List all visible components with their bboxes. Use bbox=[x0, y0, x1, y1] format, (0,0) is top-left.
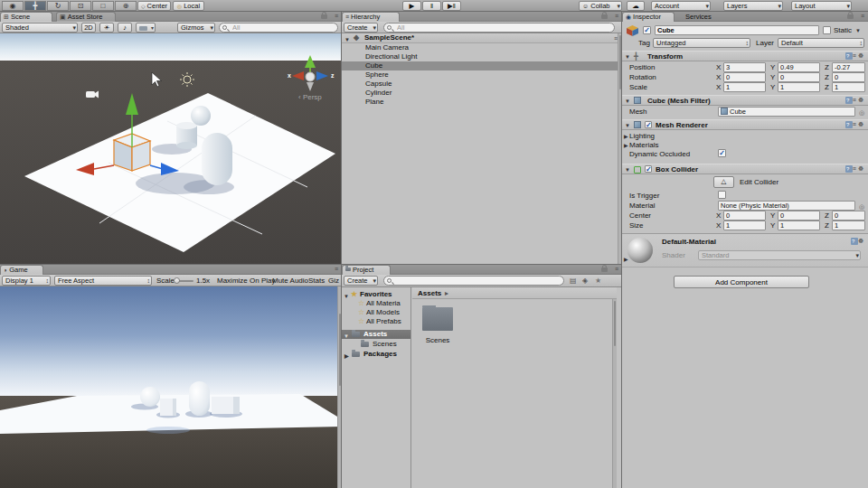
search-favorites-icon[interactable]: ★ bbox=[595, 277, 601, 286]
expand-icon[interactable]: ▶ bbox=[344, 352, 349, 361]
hierarchy-item-capsule[interactable]: Capsule bbox=[342, 80, 622, 89]
object-picker-icon[interactable]: ◎ bbox=[859, 108, 864, 117]
maximize-on-play-button[interactable]: Maximize On Play bbox=[217, 277, 275, 286]
audio-toggle-button[interactable]: ♪ bbox=[118, 23, 132, 33]
scale-x-field[interactable]: 1 bbox=[723, 82, 766, 92]
component-enabled-checkbox[interactable]: ✓ bbox=[645, 121, 652, 128]
help-icon[interactable]: ? bbox=[845, 52, 853, 60]
edit-collider-button[interactable]: △ bbox=[713, 176, 734, 188]
search-by-label-icon[interactable]: ◈ bbox=[582, 277, 588, 286]
step-button[interactable]: ▶‖ bbox=[442, 1, 461, 11]
project-search-input[interactable] bbox=[397, 277, 560, 285]
draw-mode-dropdown[interactable]: Shaded ▾ bbox=[2, 23, 78, 33]
size-z-field[interactable]: 1 bbox=[832, 221, 865, 230]
search-by-type-icon[interactable]: ▤ bbox=[570, 277, 577, 286]
lock-icon[interactable] bbox=[847, 14, 854, 19]
hierarchy-item-cube[interactable]: Cube bbox=[342, 61, 622, 70]
scene-search-field[interactable] bbox=[219, 23, 338, 33]
position-y-field[interactable]: 0.49 bbox=[778, 62, 820, 72]
game-viewport[interactable] bbox=[0, 286, 342, 488]
pause-button[interactable]: ‖ bbox=[422, 1, 441, 11]
scene-orientation-gizmo[interactable] bbox=[285, 50, 335, 95]
tag-dropdown[interactable]: Untagged ↕ bbox=[653, 38, 750, 48]
transform-tool-icon[interactable]: ⊕ bbox=[115, 1, 137, 11]
panel-menu-icon[interactable]: ≡ bbox=[615, 266, 618, 272]
project-create-dropdown[interactable]: Create ▾ bbox=[344, 276, 378, 286]
gizmos-button[interactable]: Giz bbox=[328, 277, 339, 286]
component-enabled-checkbox[interactable]: ✓ bbox=[645, 165, 652, 173]
expand-icon[interactable]: ▶ bbox=[624, 256, 628, 262]
scale-slider[interactable] bbox=[175, 280, 193, 282]
favorites-root[interactable]: ▼ ★ Favorites bbox=[342, 290, 410, 299]
gear-icon[interactable]: ☸ bbox=[858, 121, 865, 127]
breadcrumb[interactable]: Assets bbox=[418, 289, 441, 298]
favorites-all-materials[interactable]: ☆ All Materia bbox=[342, 299, 410, 308]
pivot-local-button[interactable]: ◎ Local bbox=[173, 1, 204, 11]
rotation-z-field[interactable]: 0 bbox=[832, 72, 865, 82]
lock-icon[interactable] bbox=[601, 14, 608, 19]
gear-icon[interactable]: ☸ bbox=[858, 238, 865, 244]
position-x-field[interactable]: 3 bbox=[723, 62, 766, 72]
gear-icon[interactable]: ☸ bbox=[858, 97, 865, 103]
box-collider-component-header[interactable]: ▼ ✓ Box Collider ?≡☸ bbox=[622, 164, 868, 174]
expand-icon[interactable]: ▶ bbox=[624, 133, 628, 139]
dynamic-occluded-checkbox[interactable]: ✓ bbox=[718, 149, 726, 157]
gizmo-z-axis-label[interactable]: z bbox=[331, 71, 335, 80]
tab-scene[interactable]: ⊞Scene bbox=[0, 12, 52, 22]
scale-z-field[interactable]: 1 bbox=[832, 82, 865, 92]
hierarchy-search-input[interactable] bbox=[397, 23, 610, 32]
mesh-filter-component-header[interactable]: ▼ Cube (Mesh Filter) ?≡☸ bbox=[622, 95, 868, 106]
hierarchy-create-dropdown[interactable]: Create ▾ bbox=[344, 23, 378, 33]
lighting-toggle-button[interactable]: ☀ bbox=[99, 23, 114, 33]
gizmos-dropdown[interactable]: Gizmos ▾ bbox=[177, 23, 215, 33]
scale-slider-knob[interactable] bbox=[174, 277, 180, 284]
gear-icon[interactable]: ☸ bbox=[858, 52, 865, 59]
size-y-field[interactable]: 1 bbox=[778, 221, 820, 230]
collab-dropdown[interactable]: ☺ Collab ▾ bbox=[579, 1, 622, 11]
gizmo-x-axis-label[interactable]: x bbox=[288, 71, 291, 80]
tree-item-packages[interactable]: ▶ Packages bbox=[342, 350, 410, 359]
toggle-2d-button[interactable]: 2D bbox=[81, 23, 96, 33]
center-x-field[interactable]: 0 bbox=[723, 211, 766, 221]
shader-dropdown[interactable]: Standard ▾ bbox=[698, 250, 861, 260]
persp-toggle[interactable]: ‹ Persp bbox=[298, 93, 322, 102]
center-z-field[interactable]: 0 bbox=[832, 211, 865, 221]
panel-menu-icon[interactable]: ≡ bbox=[335, 13, 338, 19]
help-icon[interactable]: ? bbox=[845, 165, 853, 173]
tree-item-scenes[interactable]: Scenes bbox=[342, 340, 410, 349]
favorites-all-prefabs[interactable]: ☆ All Prefabs bbox=[342, 317, 410, 326]
scene-search-input[interactable] bbox=[232, 23, 334, 32]
favorites-all-models[interactable]: ☆ All Models bbox=[342, 308, 410, 317]
hierarchy-item-main-camera[interactable]: Main Camera bbox=[342, 43, 622, 52]
gear-icon[interactable]: ☸ bbox=[858, 165, 865, 172]
panel-menu-icon[interactable]: ≡ bbox=[615, 13, 618, 19]
camera-gizmo[interactable] bbox=[86, 91, 99, 99]
layers-dropdown[interactable]: Layers ▾ bbox=[723, 1, 783, 11]
directional-light-gizmo[interactable] bbox=[180, 72, 194, 87]
cloud-services-button[interactable]: ☁ bbox=[627, 1, 645, 11]
hierarchy-search-field[interactable] bbox=[383, 23, 615, 33]
project-vertical-scrollbar[interactable] bbox=[612, 299, 617, 488]
game-3d-canvas[interactable] bbox=[0, 286, 342, 488]
effects-dropdown-button[interactable]: ▾ bbox=[136, 23, 156, 33]
stats-button[interactable]: Stats bbox=[308, 277, 325, 286]
center-y-field[interactable]: 0 bbox=[778, 211, 820, 221]
asset-item-scenes-folder[interactable]: Scenes bbox=[420, 307, 456, 349]
add-component-button[interactable]: Add Component bbox=[674, 276, 809, 288]
project-search-field[interactable] bbox=[383, 276, 564, 286]
tab-hierarchy[interactable]: ≡Hierarchy bbox=[342, 12, 400, 22]
hierarchy-item-cylinder[interactable]: Cylinder bbox=[342, 89, 622, 98]
collapse-icon[interactable]: ▼ bbox=[625, 123, 630, 128]
scale-y-field[interactable]: 1 bbox=[778, 82, 820, 92]
tab-inspector[interactable]: ◉Inspector bbox=[622, 12, 675, 22]
rotation-y-field[interactable]: 0 bbox=[778, 72, 820, 82]
tab-services[interactable]: Services bbox=[685, 13, 712, 22]
account-dropdown[interactable]: Account ▾ bbox=[651, 1, 711, 11]
assets-root[interactable]: ▼ Assets bbox=[342, 330, 410, 339]
size-x-field[interactable]: 1 bbox=[723, 221, 766, 230]
mesh-renderer-component-header[interactable]: ▼ ✓ Mesh Renderer ?≡☸ bbox=[622, 119, 868, 130]
collapse-icon[interactable]: ▼ bbox=[625, 54, 630, 60]
scale-tool-icon[interactable]: ⊡ bbox=[70, 1, 91, 11]
gameobject-name-field[interactable] bbox=[655, 25, 819, 35]
rotation-x-field[interactable]: 0 bbox=[723, 72, 766, 82]
